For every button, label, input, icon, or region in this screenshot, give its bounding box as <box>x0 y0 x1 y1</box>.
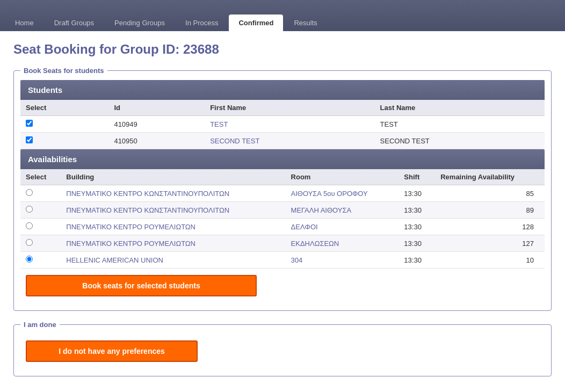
avail-room: ΜΕΓΑΛΗ ΑΙΘΟΥΣΑ <box>286 202 399 219</box>
navigation-bar: Home Draft Groups Pending Groups In Proc… <box>0 0 565 31</box>
avail-remaining: 89 <box>435 202 545 219</box>
col-first-name: First Name <box>205 100 374 116</box>
avail-room: ΕΚΔΗΛΩΣΕΩΝ <box>286 235 399 252</box>
tab-in-process[interactable]: In Process <box>176 14 228 31</box>
student-last-name: TEST <box>375 116 545 133</box>
book-seats-section: Book Seats for students Students Select … <box>13 67 552 311</box>
availability-row: ΠΝΕΥΜΑΤΙΚΟ ΚΕΝΤΡΟ ΚΩΝΣΤΑΝΤΙΝΟΥΠΟΛΙΤΩΝ ΜΕ… <box>20 202 545 219</box>
avail-radio-cell[interactable] <box>20 185 61 202</box>
student-first-name: TEST <box>205 116 374 133</box>
avail-building: ΠΝΕΥΜΑΤΙΚΟ ΚΕΝΤΡΟ ΡΟΥΜΕΛΙΩΤΩΝ <box>61 235 285 252</box>
avail-remaining: 128 <box>435 219 545 235</box>
avail-radio-3[interactable] <box>26 239 33 246</box>
student-row: 410950 SECOND TEST SECOND TEST <box>20 133 545 149</box>
student-row: 410949 TEST TEST <box>20 116 545 133</box>
avail-room: ΑΙΘΟΥΣΑ 5ου ΟΡΟΦΟΥ <box>286 185 399 202</box>
tab-results[interactable]: Results <box>284 14 327 31</box>
avail-remaining: 10 <box>435 252 545 268</box>
student-id: 410950 <box>108 133 205 149</box>
avail-building: ΠΝΕΥΜΑΤΙΚΟ ΚΕΝΤΡΟ ΚΩΝΣΤΑΝΤΙΝΟΥΠΟΛΙΤΩΝ <box>61 185 285 202</box>
avail-building: ΠΝΕΥΜΑΤΙΚΟ ΚΕΝΤΡΟ ΡΟΥΜΕΛΙΩΤΩΝ <box>61 219 285 235</box>
avail-col-building: Building <box>61 169 285 185</box>
i-am-done-section: I am done I do not have any preferences <box>13 321 552 376</box>
student-checkbox-cell[interactable] <box>20 133 108 149</box>
students-table-container: Students Select Id First Name Last Name … <box>20 80 545 149</box>
avail-shift: 13:30 <box>399 185 435 202</box>
book-seats-legend: Book Seats for students <box>20 67 107 75</box>
avail-building: HELLENIC AMERICAN UNION <box>61 252 285 268</box>
availability-row: ΠΝΕΥΜΑΤΙΚΟ ΚΕΝΤΡΟ ΚΩΝΣΤΑΝΤΙΝΟΥΠΟΛΙΤΩΝ ΑΙ… <box>20 185 545 202</box>
student-checkbox-cell[interactable] <box>20 116 108 133</box>
avail-col-remaining: Remaining Availability <box>435 169 545 185</box>
avail-radio-cell[interactable] <box>20 219 61 235</box>
avail-shift: 13:30 <box>399 202 435 219</box>
avail-radio-0[interactable] <box>26 189 33 196</box>
avail-col-shift: Shift <box>399 169 435 185</box>
avail-shift: 13:30 <box>399 252 435 268</box>
availability-row: HELLENIC AMERICAN UNION 304 13:30 10 <box>20 252 545 268</box>
avail-radio-1[interactable] <box>26 206 33 213</box>
avail-shift: 13:30 <box>399 235 435 252</box>
avail-room: 304 <box>286 252 399 268</box>
col-id: Id <box>108 100 205 116</box>
col-select: Select <box>20 100 108 116</box>
i-am-done-legend: I am done <box>20 321 60 329</box>
tab-pending-groups[interactable]: Pending Groups <box>105 14 175 31</box>
students-header: Students <box>20 80 545 100</box>
avail-radio-cell[interactable] <box>20 252 61 268</box>
student-checkbox-1[interactable] <box>26 136 33 143</box>
main-content: Seat Booking for Group ID: 23688 Book Se… <box>0 31 565 392</box>
tab-draft-groups[interactable]: Draft Groups <box>45 14 104 31</box>
avail-room: ΔΕΛΦΟΙ <box>286 219 399 235</box>
no-preferences-wrapper: I do not have any preferences <box>20 334 545 368</box>
student-id: 410949 <box>108 116 205 133</box>
avail-shift: 13:30 <box>399 219 435 235</box>
tab-home[interactable]: Home <box>5 14 44 31</box>
col-last-name: Last Name <box>375 100 545 116</box>
avail-radio-4[interactable] <box>26 256 33 263</box>
availabilities-table-container: Availabilities Select Building Room Shif… <box>20 149 545 268</box>
book-button-wrapper: Book seats for selected students <box>20 268 545 303</box>
avail-col-select: Select <box>20 169 61 185</box>
avail-remaining: 127 <box>435 235 545 252</box>
students-table: Select Id First Name Last Name 410949 TE… <box>20 100 545 149</box>
availabilities-table: Select Building Room Shift Remaining Ava… <box>20 169 545 268</box>
tab-confirmed[interactable]: Confirmed <box>229 14 283 31</box>
availability-row: ΠΝΕΥΜΑΤΙΚΟ ΚΕΝΤΡΟ ΡΟΥΜΕΛΙΩΤΩΝ ΕΚΔΗΛΩΣΕΩΝ… <box>20 235 545 252</box>
page-title: Seat Booking for Group ID: 23688 <box>13 42 552 57</box>
avail-building: ΠΝΕΥΜΑΤΙΚΟ ΚΕΝΤΡΟ ΚΩΝΣΤΑΝΤΙΝΟΥΠΟΛΙΤΩΝ <box>61 202 285 219</box>
student-checkbox-0[interactable] <box>26 120 33 127</box>
avail-remaining: 85 <box>435 185 545 202</box>
avail-radio-2[interactable] <box>26 222 33 229</box>
availabilities-header: Availabilities <box>20 149 545 169</box>
student-last-name: SECOND TEST <box>375 133 545 149</box>
book-seats-button[interactable]: Book seats for selected students <box>26 275 257 296</box>
avail-col-room: Room <box>286 169 399 185</box>
availability-row: ΠΝΕΥΜΑΤΙΚΟ ΚΕΝΤΡΟ ΡΟΥΜΕΛΙΩΤΩΝ ΔΕΛΦΟΙ 13:… <box>20 219 545 235</box>
footer: ◯ DESIGN BY WORX <box>13 386 552 392</box>
student-first-name: SECOND TEST <box>205 133 374 149</box>
avail-radio-cell[interactable] <box>20 202 61 219</box>
no-preferences-button[interactable]: I do not have any preferences <box>26 340 198 362</box>
avail-radio-cell[interactable] <box>20 235 61 252</box>
